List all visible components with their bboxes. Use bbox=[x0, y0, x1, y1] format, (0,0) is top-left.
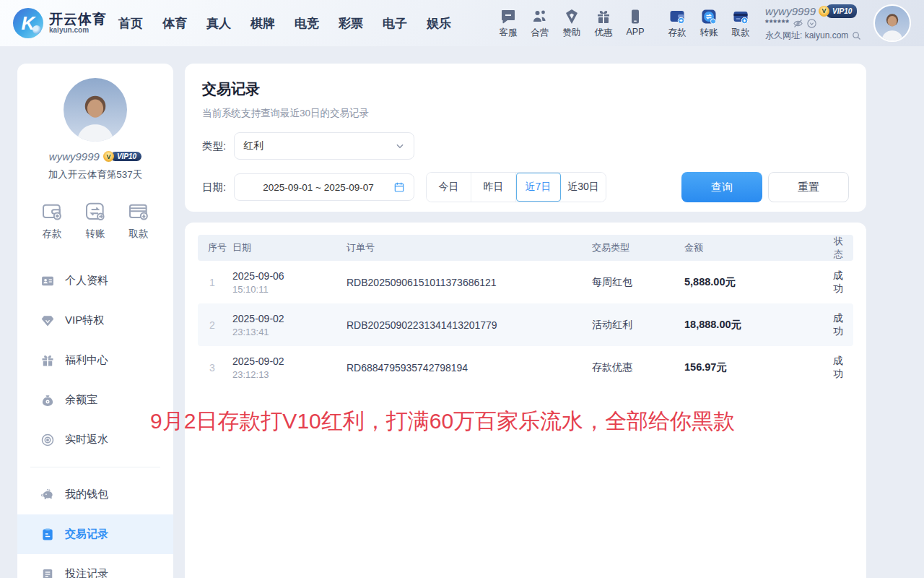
cell-type: 每周红包 bbox=[592, 276, 684, 289]
user-avatar[interactable] bbox=[873, 4, 911, 42]
nav-lottery[interactable]: 彩票 bbox=[339, 15, 363, 32]
eye-off-icon[interactable] bbox=[793, 18, 803, 29]
id-card-icon bbox=[40, 274, 55, 288]
cell-status: 成功 bbox=[830, 355, 853, 381]
avatar-portrait-icon bbox=[68, 87, 123, 142]
profile-avatar[interactable] bbox=[64, 78, 127, 142]
partnership-button[interactable]: 合营 bbox=[524, 8, 556, 39]
vip-level-label: VIP10 bbox=[826, 4, 857, 18]
cell-order: RD6884795935742798194 bbox=[346, 362, 592, 374]
filter-card: 交易记录 当前系统支持查询最近30日的交易记录 类型: 红利 日期: 2025-… bbox=[185, 64, 866, 212]
date-label: 日期: bbox=[202, 181, 234, 194]
cell-serial: 2 bbox=[198, 319, 232, 331]
sidebar-item-wallet[interactable]: 我的钱包 bbox=[17, 475, 173, 514]
masked-balance: ****** bbox=[765, 17, 790, 30]
nav-esports[interactable]: 电竞 bbox=[295, 15, 319, 32]
logo-k-icon: K bbox=[13, 8, 43, 38]
people-icon bbox=[531, 8, 549, 25]
transfer-arrows-icon bbox=[84, 200, 107, 223]
phone-icon bbox=[627, 8, 644, 25]
date-range-value: 2025-09-01 ~ 2025-09-07 bbox=[243, 182, 393, 193]
sidebar-item-profile[interactable]: 个人资料 bbox=[17, 261, 173, 301]
promotions-button[interactable]: 优惠 bbox=[588, 8, 619, 39]
transfer-button[interactable]: 转账 bbox=[693, 8, 725, 39]
sidebar-item-vip[interactable]: VIP特权 bbox=[17, 301, 173, 340]
sidebar-transfer-button[interactable]: 转账 bbox=[84, 200, 107, 241]
cell-order: RDB20250906151011373686121 bbox=[346, 277, 592, 288]
withdraw-card-icon bbox=[127, 200, 150, 223]
permanent-url-label: 永久网址: kaiyun.com bbox=[765, 30, 848, 42]
page-subtitle: 当前系统支持查询最近30日的交易记录 bbox=[202, 107, 849, 120]
cell-status: 成功 bbox=[830, 312, 853, 338]
type-select[interactable]: 红利 bbox=[234, 132, 414, 160]
sidebar-withdraw-button[interactable]: 取款 bbox=[127, 200, 150, 241]
app-download-button[interactable]: APP bbox=[619, 8, 651, 39]
table-row: 3 2025-09-02 23:12:13 RD6884795935742798… bbox=[198, 346, 853, 389]
nav-chess[interactable]: 棋牌 bbox=[250, 15, 275, 32]
search-button[interactable]: 查询 bbox=[681, 172, 762, 202]
main-nav: 首页 体育 真人 棋牌 电竞 彩票 电子 娱乐 bbox=[118, 15, 451, 32]
profile-sidebar: wywy9999 V VIP10 加入开云体育第537天 存款 转账 取款 个人… bbox=[17, 64, 173, 578]
sidebar-deposit-button[interactable]: 存款 bbox=[40, 200, 64, 241]
preset-today[interactable]: 今日 bbox=[427, 173, 471, 202]
nav-entertainment[interactable]: 娱乐 bbox=[427, 15, 451, 32]
joined-days-label: 加入开云体育第537天 bbox=[17, 168, 173, 181]
vip-v-icon: V bbox=[819, 6, 829, 17]
customer-service-button[interactable]: 客服 bbox=[492, 8, 524, 39]
cell-type: 活动红利 bbox=[592, 319, 684, 332]
nav-slots[interactable]: 电子 bbox=[383, 15, 407, 32]
type-label: 类型: bbox=[202, 139, 234, 153]
col-serial: 序号 bbox=[198, 241, 232, 254]
user-info-block: wywy9999 V VIP10 ****** 永久网址: kaiyun.com bbox=[765, 5, 868, 42]
vip-gem-icon bbox=[40, 314, 55, 328]
deposit-wallet-icon bbox=[40, 200, 64, 223]
gift-icon bbox=[40, 353, 55, 368]
magnifier-icon[interactable] bbox=[851, 30, 862, 41]
col-date: 日期 bbox=[232, 241, 346, 254]
date-range-presets: 今日 昨日 近7日 近30日 bbox=[426, 172, 606, 202]
preset-last30days[interactable]: 近30日 bbox=[561, 173, 606, 202]
nav-home[interactable]: 首页 bbox=[118, 15, 143, 32]
profile-username: wywy9999 bbox=[49, 150, 100, 163]
table-row: 2 2025-09-02 23:13:41 RDB202509022313414… bbox=[198, 303, 853, 346]
sponsor-button[interactable]: 赞助 bbox=[556, 8, 588, 39]
cell-date: 2025-09-02 23:12:13 bbox=[232, 355, 346, 380]
table-header: 序号 日期 订单号 交易类型 金额 状态 bbox=[198, 235, 853, 261]
cell-serial: 1 bbox=[198, 277, 232, 288]
nav-live[interactable]: 真人 bbox=[206, 15, 231, 32]
gift-icon bbox=[595, 8, 612, 25]
piggy-bank-icon bbox=[40, 488, 55, 502]
cell-amount: 5,888.00元 bbox=[684, 275, 830, 289]
col-amount: 金额 bbox=[684, 241, 830, 254]
withdraw-card-icon bbox=[732, 8, 749, 25]
preset-last7days[interactable]: 近7日 bbox=[516, 173, 561, 202]
rebate-coin-icon bbox=[40, 433, 55, 447]
page-title: 交易记录 bbox=[202, 79, 849, 99]
withdraw-button[interactable]: 取款 bbox=[725, 8, 757, 39]
deposit-button[interactable]: 存款 bbox=[661, 8, 693, 39]
deposit-wallet-icon bbox=[668, 8, 686, 25]
sidebar-item-transactions[interactable]: 交易记录 bbox=[17, 514, 173, 554]
col-status: 状态 bbox=[830, 235, 853, 261]
calendar-icon bbox=[393, 181, 405, 193]
reset-button[interactable]: 重置 bbox=[768, 172, 849, 202]
cell-serial: 3 bbox=[198, 362, 232, 374]
transaction-record-icon bbox=[40, 527, 55, 542]
diamond-badge-icon bbox=[563, 8, 580, 25]
cell-amount: 18,888.00元 bbox=[684, 318, 830, 332]
brand-domain: kaiyun.com bbox=[49, 27, 107, 35]
sidebar-item-bets[interactable]: 投注记录 bbox=[17, 554, 173, 578]
sidebar-item-welfare[interactable]: 福利中心 bbox=[17, 340, 173, 380]
date-range-input[interactable]: 2025-09-01 ~ 2025-09-07 bbox=[234, 173, 414, 201]
nav-sports[interactable]: 体育 bbox=[162, 15, 187, 32]
preset-yesterday[interactable]: 昨日 bbox=[471, 173, 516, 202]
site-logo[interactable]: K 开云体育 kaiyun.com bbox=[13, 8, 107, 38]
transactions-table-card: 序号 日期 订单号 交易类型 金额 状态 1 2025-09-06 15:10:… bbox=[185, 223, 866, 578]
red-annotation-text: 9月2日存款打V10红利，打满60万百家乐流水，全部给你黑款 bbox=[150, 407, 735, 436]
sidebar-divider bbox=[30, 467, 160, 467]
money-pouch-icon bbox=[40, 393, 55, 407]
col-type: 交易类型 bbox=[592, 241, 684, 254]
vip-badge: V VIP10 bbox=[819, 6, 857, 17]
refresh-circle-icon[interactable] bbox=[806, 18, 817, 29]
top-bar: K 开云体育 kaiyun.com 首页 体育 真人 棋牌 电竞 彩票 电子 娱… bbox=[0, 0, 924, 46]
